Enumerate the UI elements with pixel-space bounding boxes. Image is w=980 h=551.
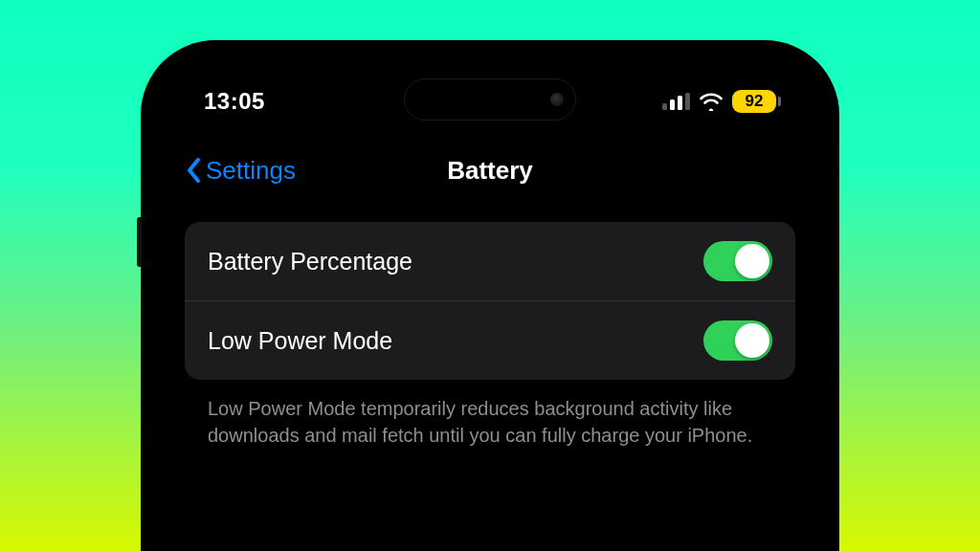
nav-bar: Settings Battery — [185, 142, 795, 199]
back-button[interactable]: Settings — [185, 156, 296, 186]
status-time: 13:05 — [204, 88, 265, 115]
side-button — [137, 217, 142, 267]
low-power-mode-toggle[interactable] — [703, 320, 772, 361]
low-power-mode-label: Low Power Mode — [208, 327, 392, 355]
screen: 13:05 92 S — [154, 54, 826, 551]
phone-frame: 13:05 92 S — [141, 40, 839, 551]
settings-group: Battery Percentage Low Power Mode — [185, 222, 795, 380]
status-right: 92 — [662, 90, 776, 113]
low-power-description: Low Power Mode temporarily reduces backg… — [185, 380, 795, 450]
dynamic-island — [404, 78, 576, 121]
battery-percentage-toggle[interactable] — [703, 241, 772, 281]
toggle-knob — [735, 323, 769, 358]
low-power-mode-row[interactable]: Low Power Mode — [185, 300, 795, 380]
page-title: Battery — [447, 156, 533, 186]
wifi-icon — [699, 92, 724, 111]
battery-percentage-row[interactable]: Battery Percentage — [185, 222, 795, 300]
battery-icon: 92 — [732, 90, 776, 113]
chevron-left-icon — [185, 157, 202, 184]
signal-icon — [662, 93, 690, 110]
back-label: Settings — [206, 156, 296, 186]
toggle-knob — [735, 244, 769, 278]
camera-dot — [550, 93, 564, 106]
battery-percentage-label: Battery Percentage — [208, 248, 412, 276]
